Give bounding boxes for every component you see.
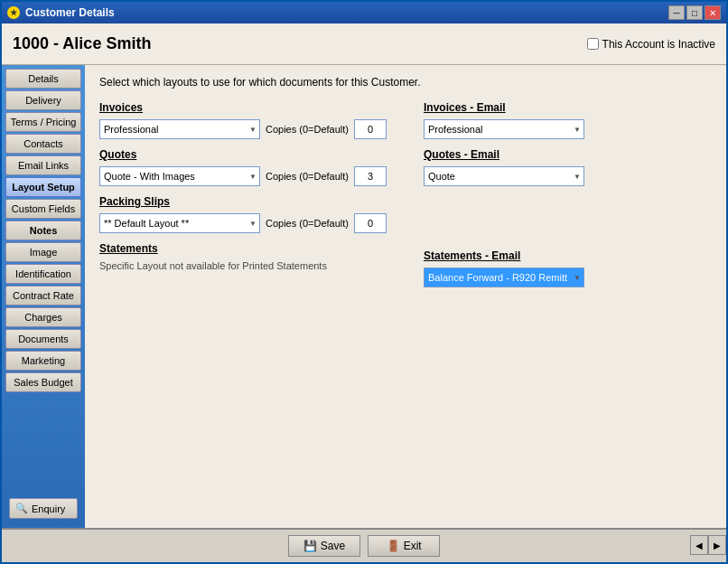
sidebar-item-terms-pricing[interactable]: Terms / Pricing	[5, 112, 81, 132]
quotes-copies-input[interactable]	[354, 166, 387, 186]
save-icon: 💾	[303, 540, 317, 552]
inactive-checkbox[interactable]	[587, 38, 599, 50]
quotes-email-row: Quote Standard Custom	[424, 166, 712, 186]
invoices-email-row: Professional Standard Custom	[424, 119, 712, 139]
title-bar: ★ Customer Details ─ □ ✕	[2, 2, 726, 24]
minimize-button[interactable]: ─	[668, 5, 685, 20]
quotes-copies-label: Copies (0=Default)	[266, 171, 349, 182]
invoices-email-dropdown-wrapper: Professional Standard Custom	[424, 119, 584, 139]
exit-button[interactable]: 🚪 Exit	[368, 535, 440, 557]
sidebar-item-custom-fields[interactable]: Custom Fields	[5, 199, 81, 219]
quotes-dropdown[interactable]: Quote - With Images Standard Quote Custo…	[99, 166, 260, 186]
invoices-email-title: Invoices - Email	[424, 101, 712, 114]
quotes-email-dropdown[interactable]: Quote Standard Custom	[424, 166, 584, 186]
quotes-email-dropdown-wrapper: Quote Standard Custom	[424, 166, 584, 186]
sidebar: Details Delivery Terms / Pricing Contact…	[2, 65, 85, 528]
sidebar-item-image[interactable]: Image	[5, 242, 81, 262]
scroll-left-button[interactable]: ◀	[690, 535, 708, 555]
quotes-title: Quotes	[99, 148, 387, 161]
statements-title: Statements	[99, 242, 387, 255]
title-bar-left: ★ Customer Details	[7, 6, 115, 19]
sidebar-item-contract-rate[interactable]: Contract Rate	[5, 286, 81, 306]
inactive-section: This Account is Inactive	[587, 38, 715, 51]
quotes-email-title: Quotes - Email	[424, 148, 712, 161]
content-area: Select which layouts to use for which do…	[85, 65, 726, 528]
left-column: Invoices Professional Standard Custom Co…	[99, 101, 387, 295]
sidebar-item-charges[interactable]: Charges	[5, 307, 81, 327]
inactive-label: This Account is Inactive	[602, 38, 715, 51]
statements-email-row: Balance Forward - R920 Remittar Standard…	[424, 268, 712, 287]
close-button[interactable]: ✕	[705, 5, 721, 20]
invoices-row: Professional Standard Custom Copies (0=D…	[99, 119, 387, 139]
sidebar-item-layout-setup[interactable]: Layout Setup	[5, 177, 81, 197]
statements-email-dropdown[interactable]: Balance Forward - R920 Remittar Standard…	[424, 268, 584, 287]
sidebar-item-notes[interactable]: Notes	[5, 221, 81, 240]
packing-slips-copies-label: Copies (0=Default)	[266, 218, 349, 229]
sidebar-bottom: 🔍 Enquiry	[5, 494, 81, 528]
right-column: Invoices - Email Professional Standard C…	[424, 101, 712, 295]
enquiry-label: Enquiry	[32, 503, 65, 514]
packing-slips-row: ** Default Layout ** Standard Custom Cop…	[99, 213, 387, 233]
invoices-copies-input[interactable]	[354, 119, 387, 139]
invoices-title: Invoices	[99, 101, 387, 114]
statements-note: Specific Layout not available for Printe…	[99, 260, 387, 271]
enquiry-icon: 🔍	[15, 503, 28, 514]
maximize-button[interactable]: □	[686, 5, 703, 20]
statements-email-dropdown-wrapper: Balance Forward - R920 Remittar Standard…	[424, 268, 584, 287]
scroll-right-button[interactable]: ▶	[708, 535, 726, 555]
invoices-copies-label: Copies (0=Default)	[266, 124, 349, 135]
save-label: Save	[321, 540, 345, 552]
spacer	[424, 193, 712, 240]
instruction-text: Select which layouts to use for which do…	[99, 76, 712, 89]
sidebar-item-identification[interactable]: Identification	[5, 264, 81, 284]
exit-label: Exit	[404, 540, 422, 552]
save-button[interactable]: 💾 Save	[288, 535, 360, 557]
sidebar-item-email-links[interactable]: Email Links	[5, 155, 81, 175]
invoices-dropdown[interactable]: Professional Standard Custom	[99, 119, 260, 139]
sidebar-item-sales-budget[interactable]: Sales Budget	[5, 372, 81, 392]
customer-title: 1000 - Alice Smith	[13, 34, 151, 53]
packing-slips-dropdown[interactable]: ** Default Layout ** Standard Custom	[99, 213, 260, 233]
statements-email-title: Statements - Email	[424, 249, 712, 262]
quotes-dropdown-wrapper: Quote - With Images Standard Quote Custo…	[99, 166, 260, 186]
title-bar-controls: ─ □ ✕	[668, 5, 721, 20]
packing-slips-copies-input[interactable]	[354, 213, 387, 233]
packing-slips-title: Packing Slips	[99, 195, 387, 208]
layout-grid: Invoices Professional Standard Custom Co…	[99, 101, 712, 295]
enquiry-button[interactable]: 🔍 Enquiry	[9, 498, 78, 519]
invoices-email-dropdown[interactable]: Professional Standard Custom	[424, 119, 584, 139]
sidebar-item-documents[interactable]: Documents	[5, 329, 81, 349]
footer-bar: 💾 Save 🚪 Exit ◀ ▶	[2, 528, 726, 562]
main-content: Details Delivery Terms / Pricing Contact…	[2, 65, 726, 528]
window-title: Customer Details	[25, 6, 115, 19]
sidebar-item-contacts[interactable]: Contacts	[5, 134, 81, 154]
sidebar-item-marketing[interactable]: Marketing	[5, 351, 81, 371]
invoices-dropdown-wrapper: Professional Standard Custom	[99, 119, 260, 139]
packing-slips-dropdown-wrapper: ** Default Layout ** Standard Custom	[99, 213, 260, 233]
header-bar: 1000 - Alice Smith This Account is Inact…	[2, 24, 726, 65]
main-window: ★ Customer Details ─ □ ✕ 1000 - Alice Sm…	[0, 0, 728, 564]
quotes-row: Quote - With Images Standard Quote Custo…	[99, 166, 387, 186]
app-icon: ★	[7, 6, 20, 19]
sidebar-item-delivery[interactable]: Delivery	[5, 90, 81, 110]
sidebar-item-details[interactable]: Details	[5, 69, 81, 89]
scroll-controls: ◀ ▶	[690, 528, 726, 562]
exit-icon: 🚪	[387, 540, 400, 552]
